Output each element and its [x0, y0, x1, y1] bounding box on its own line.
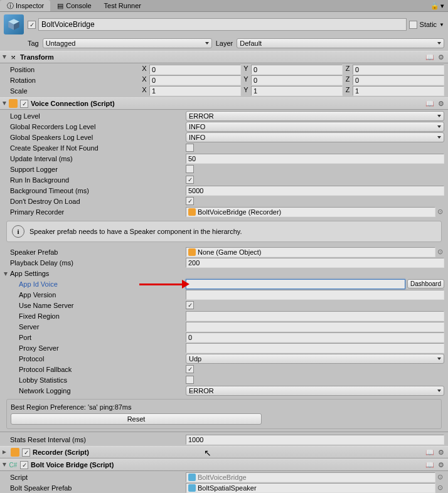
- run-bg-checkbox[interactable]: [186, 176, 194, 184]
- prefab-obj-icon: [188, 484, 196, 492]
- info-icon: i: [12, 225, 24, 238]
- bolt-voice-bridge-header[interactable]: C# Bolt Voice Bridge (Script) 📖 ⚙: [0, 459, 448, 471]
- static-dropdown-icon[interactable]: ▼: [439, 22, 444, 28]
- app-version-label: App Version: [4, 291, 186, 299]
- foldout-icon: [3, 450, 8, 454]
- scale-y-input[interactable]: [251, 86, 343, 96]
- app-id-voice-input[interactable]: [186, 279, 405, 289]
- gameobject-icon[interactable]: [4, 14, 24, 34]
- speaker-prefab-label: Speaker Prefab: [4, 248, 186, 256]
- app-id-voice-label[interactable]: App Id Voice: [4, 280, 186, 288]
- stats-reset-input[interactable]: [186, 435, 444, 445]
- component-title: Bolt Voice Bridge (Script): [31, 461, 423, 469]
- voice-connection-header[interactable]: Voice Connection (Script) 📖 ⚙: [0, 97, 448, 110]
- global-spk-log-label: Global Speakers Log Level: [4, 134, 186, 141]
- tag-dropdown[interactable]: Untagged: [43, 38, 212, 48]
- scale-z-input[interactable]: [353, 86, 444, 96]
- gameobject-name-input[interactable]: [38, 18, 407, 31]
- component-enable-checkbox[interactable]: [22, 448, 30, 457]
- script-icon: [9, 99, 18, 108]
- primary-recorder-field[interactable]: BoltVoiceBridge (Recorder): [186, 207, 435, 217]
- object-picker-icon[interactable]: ⊙: [435, 248, 444, 256]
- position-z-input[interactable]: [353, 65, 444, 75]
- tab-options[interactable]: 🔒▾: [427, 1, 448, 11]
- use-name-server-checkbox[interactable]: [186, 301, 194, 309]
- foldout-icon: [3, 102, 6, 105]
- app-settings-label[interactable]: App Settings: [9, 270, 191, 277]
- server-label: Server: [4, 323, 186, 331]
- position-x-input[interactable]: [149, 65, 241, 75]
- dont-destroy-checkbox[interactable]: [186, 197, 194, 205]
- app-version-input[interactable]: [186, 290, 444, 300]
- help-icon[interactable]: 📖: [425, 460, 434, 469]
- object-picker-icon[interactable]: ⊙: [435, 208, 444, 216]
- create-speaker-checkbox[interactable]: [186, 144, 194, 152]
- port-input[interactable]: [186, 332, 444, 342]
- lock-icon: 🔒: [430, 2, 439, 10]
- log-level-dropdown[interactable]: ERROR: [186, 111, 444, 121]
- script-obj-icon: [188, 474, 196, 481]
- object-picker-icon[interactable]: ⊙: [435, 473, 444, 481]
- layer-dropdown[interactable]: Default: [237, 38, 444, 48]
- transform-icon: ⤧: [9, 53, 18, 61]
- help-icon[interactable]: 📖: [425, 53, 434, 61]
- bolt-speaker-prefab-label: Bolt Speaker Prefab: [4, 484, 186, 492]
- protocol-dropdown[interactable]: Udp: [186, 354, 444, 364]
- playback-delay-input[interactable]: [186, 258, 444, 268]
- position-label: Position: [4, 66, 141, 73]
- lobby-stats-checkbox[interactable]: [186, 376, 194, 384]
- global-spk-log-dropdown[interactable]: INFO: [186, 132, 444, 142]
- best-region-box: Best Region Preference: 'sa' ping:87ms R…: [6, 399, 442, 429]
- speaker-prefab-field[interactable]: None (Game Object): [186, 247, 435, 257]
- recorder-header[interactable]: Recorder (Script) ↖ 📖 ⚙: [0, 446, 448, 459]
- static-checkbox[interactable]: [409, 21, 417, 29]
- network-logging-label: Network Logging: [4, 387, 186, 395]
- update-interval-input[interactable]: [186, 154, 444, 164]
- global-rec-log-label: Global Recorders Log Level: [4, 123, 186, 130]
- update-interval-label: Update Interval (ms): [4, 155, 186, 162]
- gameobject-header: Static ▼: [0, 12, 448, 37]
- object-picker-icon[interactable]: ⊙: [435, 484, 444, 492]
- server-input[interactable]: [186, 322, 444, 332]
- transform-header[interactable]: ⤧ Transform 📖 ⚙: [0, 51, 448, 63]
- gear-icon[interactable]: ⚙: [437, 99, 445, 108]
- position-y-input[interactable]: [251, 65, 343, 75]
- network-logging-dropdown[interactable]: ERROR: [186, 386, 444, 396]
- component-enable-checkbox[interactable]: [20, 100, 28, 108]
- info-message: Speaker prefab needs to have a Speaker c…: [29, 228, 242, 235]
- proxy-server-input[interactable]: [186, 343, 444, 353]
- reset-button[interactable]: Reset: [11, 413, 262, 425]
- dashboard-button[interactable]: Dashboard: [407, 279, 444, 289]
- tab-console[interactable]: ▤Console: [50, 0, 97, 11]
- tag-label: Tag: [28, 40, 39, 47]
- bg-timeout-input[interactable]: [186, 186, 444, 196]
- help-icon[interactable]: 📖: [425, 99, 434, 108]
- foldout-icon[interactable]: [4, 272, 8, 276]
- component-title: Transform: [20, 53, 423, 61]
- protocol-fallback-checkbox[interactable]: [186, 365, 194, 373]
- fixed-region-input[interactable]: [186, 311, 444, 321]
- protocol-fallback-label: Protocol Fallback: [4, 366, 186, 373]
- rotation-y-input[interactable]: [251, 75, 343, 85]
- tab-inspector[interactable]: ⓘInspector: [0, 0, 50, 11]
- help-icon[interactable]: 📖: [425, 448, 434, 457]
- rotation-z-input[interactable]: [353, 75, 444, 85]
- info-box: i Speaker prefab needs to have a Speaker…: [6, 221, 442, 242]
- tab-test-runner[interactable]: Test Runner: [98, 0, 147, 11]
- script-icon: [11, 448, 19, 457]
- use-name-server-label: Use Name Server: [4, 302, 186, 309]
- gameobject-active-checkbox[interactable]: [28, 21, 36, 29]
- global-rec-log-dropdown[interactable]: INFO: [186, 122, 444, 132]
- dropdown-icon: ▾: [440, 2, 444, 10]
- bolt-speaker-prefab-field[interactable]: BoltSpatialSpeaker: [186, 483, 435, 493]
- support-logger-checkbox[interactable]: [186, 165, 194, 173]
- component-enable-checkbox[interactable]: [20, 461, 28, 469]
- gear-icon[interactable]: ⚙: [437, 53, 445, 61]
- tab-label: Inspector: [16, 2, 44, 9]
- rotation-x-input[interactable]: [149, 75, 241, 85]
- gear-icon[interactable]: ⚙: [437, 448, 445, 457]
- gear-icon[interactable]: ⚙: [437, 460, 445, 469]
- log-level-label: Log Level: [4, 112, 186, 120]
- scale-x-input[interactable]: [149, 86, 241, 96]
- protocol-label: Protocol: [4, 355, 186, 363]
